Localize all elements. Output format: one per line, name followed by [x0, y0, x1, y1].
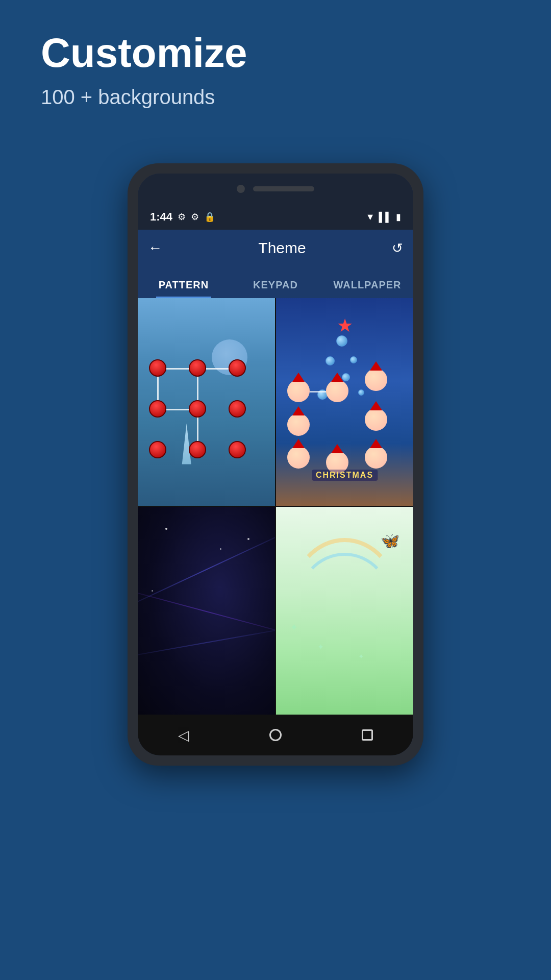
- tab-keypad[interactable]: KEYPAD: [230, 279, 321, 298]
- phone-top-notch: [138, 174, 413, 204]
- theme-cell-fairy[interactable]: 🦋 ✦ ✦ ✦: [276, 507, 413, 715]
- tab-pattern[interactable]: PATTERN: [138, 279, 230, 298]
- connector-v1: [157, 377, 159, 400]
- bottom-nav: ◁: [138, 715, 413, 755]
- camera-dot: [237, 185, 245, 193]
- christmas-star: ★: [337, 315, 353, 336]
- santa-hat-3: [370, 361, 382, 371]
- signal-icon: ▌▌: [379, 212, 392, 223]
- fairy-star-1: ✦: [290, 621, 298, 633]
- space-ray-3: [138, 625, 275, 659]
- ironman-dot-7: [149, 441, 166, 458]
- space-ray-2: [138, 586, 275, 636]
- tab-bar: PATTERN KEYPAD WALLPAPER: [138, 266, 413, 298]
- battery-icon: ▮: [396, 211, 401, 223]
- connector-v2: [197, 377, 198, 400]
- fairy-star-3: ✦: [358, 652, 364, 660]
- page-subtitle: 100 + backgrounds: [41, 86, 247, 109]
- santa-5: [365, 408, 387, 431]
- santa-hat-5: [370, 401, 382, 410]
- lock-icon: 🔒: [204, 211, 215, 223]
- nav-home-button[interactable]: [269, 729, 282, 741]
- phone-screen: 1:44 ⚙ ⚙ 🔒 ▼ ▌▌ ▮ ← Theme ↺: [138, 174, 413, 755]
- santa-hat-7: [331, 444, 343, 453]
- phone-mockup: 1:44 ⚙ ⚙ 🔒 ▼ ▌▌ ▮ ← Theme ↺: [128, 163, 423, 766]
- santa-4: [287, 413, 310, 436]
- fairy-star-2: ✦: [317, 642, 324, 652]
- theme-cell-space[interactable]: [138, 507, 275, 715]
- bubble-3: [350, 356, 357, 363]
- star-1: [165, 528, 167, 530]
- gear-icon-2: ⚙: [191, 211, 199, 223]
- christmas-label: CHRISTMAS: [312, 470, 378, 481]
- ironman-dot-3: [229, 359, 246, 377]
- santa-hat-8: [370, 439, 382, 448]
- status-bar: 1:44 ⚙ ⚙ 🔒 ▼ ▌▌ ▮: [138, 204, 413, 230]
- ironman-dot-6: [229, 400, 246, 418]
- star-3: [247, 538, 249, 540]
- santa-2: [326, 380, 348, 402]
- santa-3: [365, 369, 387, 391]
- bubble-1: [336, 335, 347, 347]
- ironman-dot-4: [149, 400, 166, 418]
- speaker-bar: [253, 186, 314, 191]
- back-button[interactable]: ←: [148, 240, 162, 256]
- rainbow-arc-2: [296, 553, 392, 657]
- header-section: Customize 100 + backgrounds: [41, 31, 247, 109]
- app-bar-title: Theme: [172, 239, 392, 257]
- gear-icon: ⚙: [178, 211, 186, 223]
- nav-back-button[interactable]: ◁: [178, 727, 189, 744]
- tab-wallpaper[interactable]: WALLPAPER: [321, 279, 413, 298]
- santa-hat-6: [292, 439, 305, 448]
- connector-h2: [206, 368, 229, 370]
- theme-cell-ironman[interactable]: [138, 298, 275, 506]
- ironman-dot-5: [189, 400, 206, 418]
- ironman-dot-1: [149, 359, 166, 377]
- connector-h3: [166, 409, 189, 410]
- ironman-dot-2: [189, 359, 206, 377]
- wifi-icon: ▼: [366, 212, 375, 223]
- star-2: [220, 548, 221, 550]
- santa-6: [287, 446, 310, 469]
- status-time: 1:44: [150, 210, 172, 224]
- santa-8: [365, 446, 387, 469]
- ironman-dot-9: [229, 441, 246, 458]
- fairy-bird: 🦋: [381, 532, 399, 550]
- connector-h1: [166, 368, 189, 370]
- santa-1: [287, 380, 310, 402]
- status-right-icons: ▼ ▌▌ ▮: [366, 211, 401, 223]
- app-bar: ← Theme ↺: [138, 230, 413, 266]
- santa-hat-1: [292, 373, 305, 382]
- ironman-dot-8: [189, 441, 206, 458]
- page-background: Customize 100 + backgrounds 1:44 ⚙ ⚙ 🔒: [0, 0, 551, 980]
- connector-v3: [197, 418, 198, 441]
- santa-hat-4: [292, 406, 305, 415]
- theme-grid: ★: [138, 298, 413, 715]
- bubble-2: [325, 356, 335, 365]
- theme-cell-christmas[interactable]: ★: [276, 298, 413, 506]
- bubble-6: [358, 389, 364, 396]
- phone-outer-shell: 1:44 ⚙ ⚙ 🔒 ▼ ▌▌ ▮ ← Theme ↺: [128, 163, 423, 766]
- page-title: Customize: [41, 31, 247, 76]
- nav-recents-button[interactable]: [362, 729, 373, 741]
- santa-connector-h1: [310, 391, 326, 393]
- santa-hat-2: [331, 373, 343, 382]
- star-4: [152, 590, 153, 592]
- refresh-button[interactable]: ↺: [392, 240, 403, 256]
